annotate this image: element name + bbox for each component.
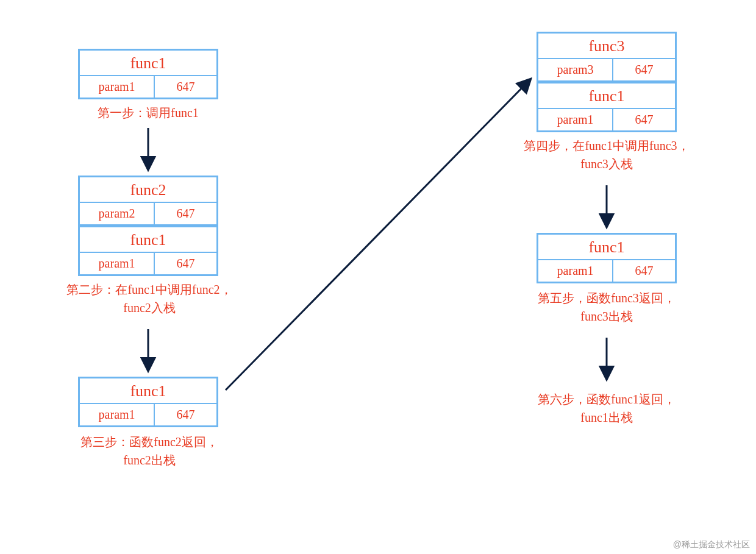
caption-step2: 第二步：在func1中调用func2， func2入栈	[46, 280, 253, 317]
frame-name: func1	[80, 378, 216, 404]
stack-step3: func1 param1 647	[78, 377, 218, 427]
stack-step1: func1 param1 647	[78, 49, 218, 99]
frame-value: 647	[613, 59, 675, 80]
frame-param: param3	[538, 59, 613, 80]
frame-value: 647	[613, 260, 675, 282]
frame-param: param1	[80, 76, 155, 98]
frame-value: 647	[155, 253, 216, 274]
frame-param: param1	[538, 260, 613, 282]
stack-step5: func1 param1 647	[537, 233, 677, 283]
frame-param: param1	[80, 253, 155, 274]
stack-step2: func2 param2 647 func1 param1 647	[78, 176, 218, 276]
frame-name: func1	[80, 226, 216, 253]
frame-name: func1	[538, 82, 675, 109]
frame-name: func2	[80, 177, 216, 203]
frame-value: 647	[155, 203, 216, 224]
frame-value: 647	[155, 404, 216, 425]
stack-step4: func3 param3 647 func1 param1 647	[537, 32, 677, 132]
frame-param: param1	[538, 109, 613, 130]
caption-step5: 第五步，函数func3返回， func3出栈	[503, 289, 710, 325]
caption-step1: 第一步：调用func1	[78, 104, 218, 122]
frame-name: func1	[80, 51, 216, 76]
caption-step4: 第四步，在func1中调用func3， func3入栈	[503, 137, 710, 173]
caption-step6: 第六步，函数func1返回， func1出栈	[503, 390, 710, 427]
frame-name: func3	[538, 34, 675, 59]
arrow-3-4	[226, 79, 530, 390]
frame-name: func1	[538, 235, 675, 260]
frame-param: param1	[80, 404, 155, 425]
watermark: @稀土掘金技术社区	[673, 539, 750, 550]
frame-value: 647	[155, 76, 216, 98]
caption-step3: 第三步：函数func2返回， func2出栈	[46, 433, 253, 469]
frame-value: 647	[613, 109, 675, 130]
frame-param: param2	[80, 203, 155, 224]
